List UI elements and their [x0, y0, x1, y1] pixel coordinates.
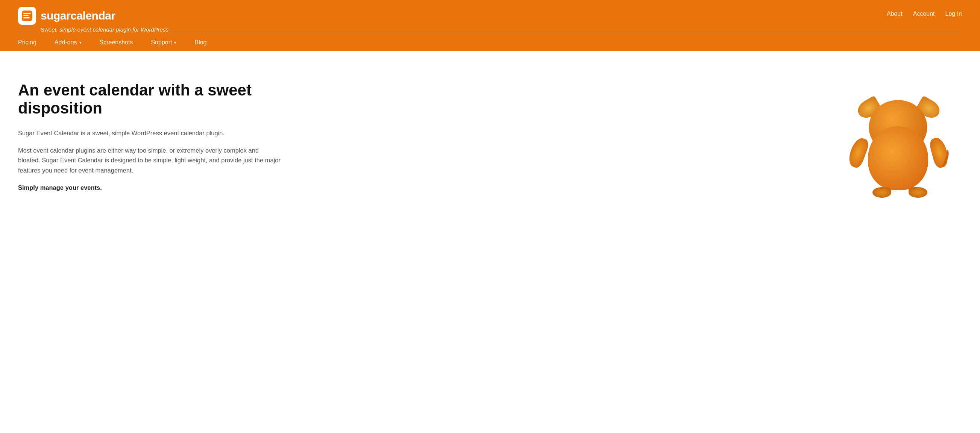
hero-title: An event calendar with a sweet dispositi… — [18, 81, 281, 117]
chevron-down-icon: ▾ — [80, 40, 82, 45]
chevron-down-icon-support: ▾ — [174, 40, 177, 45]
top-nav-account[interactable]: Account — [913, 11, 935, 17]
hero-body-2: Most event calendar plugins are either w… — [18, 146, 281, 175]
mascot-area — [834, 81, 962, 201]
nav-bar: Pricing Add-ons ▾ Screenshots Support ▾ … — [0, 33, 980, 51]
top-nav: About Account Log In — [887, 7, 962, 17]
brand-name: sugarcalendar — [41, 10, 115, 22]
nav-bar-inner: Pricing Add-ons ▾ Screenshots Support ▾ … — [18, 33, 962, 51]
mascot-image — [842, 89, 955, 201]
svg-rect-3 — [23, 17, 30, 18]
hero-cta: Simply manage your events. — [18, 184, 281, 191]
top-bar: sugarcalendar Sweet, simple event calend… — [0, 0, 980, 51]
svg-rect-2 — [23, 15, 29, 16]
content-left: An event calendar with a sweet dispositi… — [18, 81, 281, 191]
nav-item-screenshots[interactable]: Screenshots — [91, 39, 142, 51]
brand-tagline: Sweet, simple event calendar plugin for … — [41, 26, 169, 33]
brand: sugarcalendar Sweet, simple event calend… — [18, 7, 169, 33]
mascot-foot-left — [872, 187, 891, 198]
svg-rect-1 — [23, 13, 31, 14]
mascot-arm-left — [846, 136, 870, 170]
nav-item-pricing[interactable]: Pricing — [18, 39, 46, 51]
nav-item-support[interactable]: Support ▾ — [142, 39, 185, 51]
top-nav-login[interactable]: Log In — [945, 11, 962, 17]
main-content: An event calendar with a sweet dispositi… — [0, 51, 980, 224]
top-nav-about[interactable]: About — [887, 11, 902, 17]
hero-body-1: Sugar Event Calendar is a sweet, simple … — [18, 128, 281, 138]
nav-item-blog[interactable]: Blog — [185, 39, 215, 51]
brand-icon — [18, 7, 36, 25]
mascot-foot-right — [908, 187, 928, 198]
mascot-body — [868, 126, 928, 190]
nav-item-addons[interactable]: Add-ons ▾ — [46, 39, 91, 51]
